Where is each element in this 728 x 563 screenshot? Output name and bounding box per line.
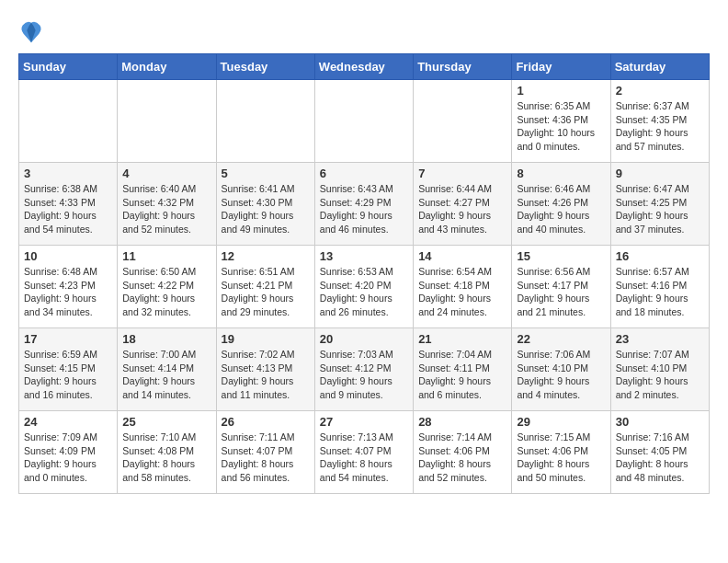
day-number: 1: [517, 84, 605, 98]
calendar-cell: 12Sunrise: 6:51 AM Sunset: 4:21 PM Dayli…: [216, 246, 314, 328]
day-info: Sunrise: 7:07 AM Sunset: 4:10 PM Dayligh…: [616, 348, 704, 402]
day-info: Sunrise: 7:00 AM Sunset: 4:14 PM Dayligh…: [122, 348, 210, 402]
day-number: 24: [24, 415, 112, 429]
calendar-cell: 18Sunrise: 7:00 AM Sunset: 4:14 PM Dayli…: [118, 328, 216, 411]
calendar-cell: [118, 80, 216, 163]
calendar-cell: [216, 80, 314, 163]
day-info: Sunrise: 7:09 AM Sunset: 4:09 PM Dayligh…: [24, 431, 112, 485]
column-header-tuesday: Tuesday: [216, 54, 314, 80]
day-info: Sunrise: 6:44 AM Sunset: 4:27 PM Dayligh…: [418, 182, 506, 236]
calendar-cell: 1Sunrise: 6:35 AM Sunset: 4:36 PM Daylig…: [512, 80, 610, 163]
calendar-cell: 6Sunrise: 6:43 AM Sunset: 4:29 PM Daylig…: [314, 163, 413, 246]
calendar-cell: 30Sunrise: 7:16 AM Sunset: 4:05 PM Dayli…: [610, 411, 709, 494]
column-header-thursday: Thursday: [414, 54, 512, 80]
day-info: Sunrise: 7:15 AM Sunset: 4:06 PM Dayligh…: [517, 431, 605, 485]
day-info: Sunrise: 6:54 AM Sunset: 4:18 PM Dayligh…: [418, 265, 506, 319]
calendar-cell: 24Sunrise: 7:09 AM Sunset: 4:09 PM Dayli…: [19, 411, 118, 494]
column-header-monday: Monday: [118, 54, 216, 80]
calendar-cell: 28Sunrise: 7:14 AM Sunset: 4:06 PM Dayli…: [414, 411, 512, 494]
day-number: 25: [122, 415, 210, 429]
day-info: Sunrise: 7:11 AM Sunset: 4:07 PM Dayligh…: [222, 431, 310, 485]
day-number: 8: [517, 167, 605, 180]
logo: [18, 18, 48, 44]
day-number: 11: [122, 249, 210, 263]
calendar-week-4: 17Sunrise: 6:59 AM Sunset: 4:15 PM Dayli…: [19, 328, 710, 411]
day-number: 13: [320, 249, 408, 263]
day-info: Sunrise: 7:13 AM Sunset: 4:07 PM Dayligh…: [320, 431, 408, 485]
page-header: [18, 18, 710, 44]
day-info: Sunrise: 6:57 AM Sunset: 4:16 PM Dayligh…: [616, 265, 704, 319]
day-info: Sunrise: 6:40 AM Sunset: 4:32 PM Dayligh…: [122, 182, 210, 236]
day-info: Sunrise: 7:10 AM Sunset: 4:08 PM Dayligh…: [122, 431, 210, 485]
day-info: Sunrise: 6:46 AM Sunset: 4:26 PM Dayligh…: [517, 182, 605, 236]
calendar-cell: [414, 80, 512, 163]
day-number: 4: [122, 167, 210, 180]
day-number: 22: [517, 332, 605, 346]
day-number: 19: [222, 332, 310, 346]
day-number: 5: [222, 167, 310, 180]
day-number: 29: [517, 415, 605, 429]
day-number: 20: [320, 332, 408, 346]
logo-icon: [18, 18, 44, 44]
day-number: 30: [616, 415, 704, 429]
day-number: 23: [616, 332, 704, 346]
day-number: 17: [24, 332, 112, 346]
day-info: Sunrise: 7:02 AM Sunset: 4:13 PM Dayligh…: [222, 348, 310, 402]
calendar-header-row: SundayMondayTuesdayWednesdayThursdayFrid…: [19, 54, 710, 80]
calendar-cell: 13Sunrise: 6:53 AM Sunset: 4:20 PM Dayli…: [314, 246, 413, 328]
calendar-cell: 7Sunrise: 6:44 AM Sunset: 4:27 PM Daylig…: [414, 163, 512, 246]
day-info: Sunrise: 7:06 AM Sunset: 4:10 PM Dayligh…: [517, 348, 605, 402]
calendar-cell: [314, 80, 413, 163]
day-number: 26: [222, 415, 310, 429]
calendar-cell: 26Sunrise: 7:11 AM Sunset: 4:07 PM Dayli…: [216, 411, 314, 494]
calendar-cell: 20Sunrise: 7:03 AM Sunset: 4:12 PM Dayli…: [314, 328, 413, 411]
calendar-cell: 25Sunrise: 7:10 AM Sunset: 4:08 PM Dayli…: [118, 411, 216, 494]
calendar-week-5: 24Sunrise: 7:09 AM Sunset: 4:09 PM Dayli…: [19, 411, 710, 494]
calendar-table: SundayMondayTuesdayWednesdayThursdayFrid…: [18, 53, 710, 494]
day-number: 21: [418, 332, 506, 346]
calendar-cell: 15Sunrise: 6:56 AM Sunset: 4:17 PM Dayli…: [512, 246, 610, 328]
day-info: Sunrise: 6:51 AM Sunset: 4:21 PM Dayligh…: [222, 265, 310, 319]
column-header-friday: Friday: [512, 54, 610, 80]
calendar-cell: 29Sunrise: 7:15 AM Sunset: 4:06 PM Dayli…: [512, 411, 610, 494]
calendar-cell: 2Sunrise: 6:37 AM Sunset: 4:35 PM Daylig…: [610, 80, 709, 163]
calendar-cell: 21Sunrise: 7:04 AM Sunset: 4:11 PM Dayli…: [414, 328, 512, 411]
day-number: 28: [418, 415, 506, 429]
day-info: Sunrise: 6:50 AM Sunset: 4:22 PM Dayligh…: [122, 265, 210, 319]
day-number: 6: [320, 167, 408, 180]
day-number: 14: [418, 249, 506, 263]
calendar-cell: 14Sunrise: 6:54 AM Sunset: 4:18 PM Dayli…: [414, 246, 512, 328]
day-info: Sunrise: 6:53 AM Sunset: 4:20 PM Dayligh…: [320, 265, 408, 319]
day-number: 16: [616, 249, 704, 263]
calendar-week-1: 1Sunrise: 6:35 AM Sunset: 4:36 PM Daylig…: [19, 80, 710, 163]
calendar-cell: 3Sunrise: 6:38 AM Sunset: 4:33 PM Daylig…: [19, 163, 118, 246]
day-number: 15: [517, 249, 605, 263]
calendar-cell: 16Sunrise: 6:57 AM Sunset: 4:16 PM Dayli…: [610, 246, 709, 328]
column-header-sunday: Sunday: [19, 54, 118, 80]
day-number: 10: [24, 249, 112, 263]
day-info: Sunrise: 6:37 AM Sunset: 4:35 PM Dayligh…: [616, 99, 704, 154]
day-info: Sunrise: 6:47 AM Sunset: 4:25 PM Dayligh…: [616, 182, 704, 236]
day-number: 2: [616, 84, 704, 98]
calendar-cell: 4Sunrise: 6:40 AM Sunset: 4:32 PM Daylig…: [118, 163, 216, 246]
day-info: Sunrise: 7:04 AM Sunset: 4:11 PM Dayligh…: [418, 348, 506, 402]
day-info: Sunrise: 6:59 AM Sunset: 4:15 PM Dayligh…: [24, 348, 112, 402]
calendar-cell: 19Sunrise: 7:02 AM Sunset: 4:13 PM Dayli…: [216, 328, 314, 411]
calendar-cell: [19, 80, 118, 163]
day-number: 9: [616, 167, 704, 180]
calendar-cell: 5Sunrise: 6:41 AM Sunset: 4:30 PM Daylig…: [216, 163, 314, 246]
calendar-cell: 17Sunrise: 6:59 AM Sunset: 4:15 PM Dayli…: [19, 328, 118, 411]
day-number: 12: [222, 249, 310, 263]
day-info: Sunrise: 6:48 AM Sunset: 4:23 PM Dayligh…: [24, 265, 112, 319]
column-header-saturday: Saturday: [610, 54, 709, 80]
day-info: Sunrise: 7:03 AM Sunset: 4:12 PM Dayligh…: [320, 348, 408, 402]
calendar-cell: 8Sunrise: 6:46 AM Sunset: 4:26 PM Daylig…: [512, 163, 610, 246]
column-header-wednesday: Wednesday: [314, 54, 413, 80]
day-info: Sunrise: 7:14 AM Sunset: 4:06 PM Dayligh…: [418, 431, 506, 485]
day-info: Sunrise: 6:41 AM Sunset: 4:30 PM Dayligh…: [222, 182, 310, 236]
calendar-week-2: 3Sunrise: 6:38 AM Sunset: 4:33 PM Daylig…: [19, 163, 710, 246]
day-number: 7: [418, 167, 506, 180]
day-info: Sunrise: 7:16 AM Sunset: 4:05 PM Dayligh…: [616, 431, 704, 485]
day-info: Sunrise: 6:35 AM Sunset: 4:36 PM Dayligh…: [517, 99, 605, 154]
calendar-cell: 22Sunrise: 7:06 AM Sunset: 4:10 PM Dayli…: [512, 328, 610, 411]
